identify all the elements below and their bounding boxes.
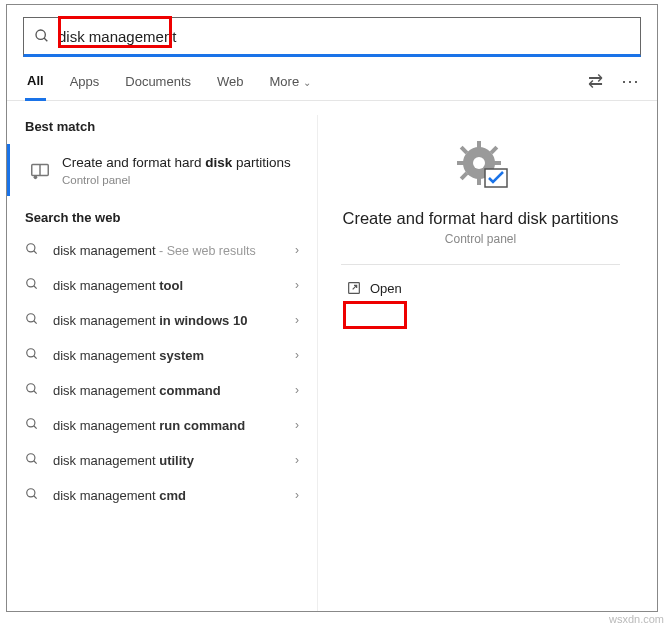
search-window: All Apps Documents Web More⌄ ⇄ ⋯ Best ma… [6, 4, 658, 612]
chevron-right-icon: › [295, 418, 299, 432]
chevron-right-icon: › [295, 488, 299, 502]
tab-documents[interactable]: Documents [123, 68, 193, 99]
chevron-down-icon: ⌄ [303, 77, 311, 88]
chevron-right-icon: › [295, 243, 299, 257]
chevron-right-icon: › [295, 453, 299, 467]
search-icon [25, 487, 41, 504]
svg-point-15 [27, 418, 35, 426]
web-result-7[interactable]: disk management cmd› [7, 478, 317, 513]
svg-point-5 [27, 243, 35, 251]
best-match-title: Create and format hard disk partitions [62, 154, 291, 172]
search-icon [25, 242, 41, 259]
result-text: disk management command [53, 383, 295, 398]
svg-line-10 [34, 320, 37, 323]
svg-rect-25 [457, 161, 465, 165]
svg-line-18 [34, 460, 37, 463]
chevron-right-icon: › [295, 278, 299, 292]
chevron-right-icon: › [295, 383, 299, 397]
svg-point-19 [27, 488, 35, 496]
result-text: disk management tool [53, 278, 295, 293]
result-text: disk management run command [53, 418, 295, 433]
tab-web[interactable]: Web [215, 68, 246, 99]
svg-line-8 [34, 285, 37, 288]
filter-tabs: All Apps Documents Web More⌄ ⇄ ⋯ [7, 57, 657, 101]
divider [341, 264, 621, 265]
search-icon [25, 417, 41, 434]
svg-rect-24 [477, 177, 481, 185]
search-icon [25, 382, 41, 399]
result-text: disk management - See web results [53, 243, 295, 258]
search-icon [25, 312, 41, 329]
svg-line-1 [44, 38, 47, 41]
search-web-heading: Search the web [7, 206, 317, 233]
preview-pane: Create and format hard disk partitions C… [317, 115, 643, 611]
svg-point-11 [27, 348, 35, 356]
search-icon [25, 452, 41, 469]
best-match-heading: Best match [7, 115, 317, 142]
open-icon [346, 280, 362, 296]
web-result-1[interactable]: disk management tool› [7, 268, 317, 303]
gear-icon [451, 137, 511, 193]
search-icon [34, 28, 50, 44]
results-pane: Best match Create and format hard disk p… [7, 101, 317, 611]
svg-point-22 [473, 157, 485, 169]
web-result-0[interactable]: disk management - See web results› [7, 233, 317, 268]
devices-icon[interactable]: ⇄ [588, 70, 603, 92]
svg-line-20 [34, 495, 37, 498]
preview-subtitle: Control panel [445, 232, 516, 246]
svg-point-9 [27, 313, 35, 321]
web-result-3[interactable]: disk management system› [7, 338, 317, 373]
web-result-2[interactable]: disk management in windows 10› [7, 303, 317, 338]
svg-line-14 [34, 390, 37, 393]
chevron-right-icon: › [295, 313, 299, 327]
open-label: Open [370, 281, 402, 296]
svg-point-17 [27, 453, 35, 461]
svg-point-4 [34, 175, 38, 179]
web-result-5[interactable]: disk management run command› [7, 408, 317, 443]
svg-line-12 [34, 355, 37, 358]
svg-point-13 [27, 383, 35, 391]
search-bar[interactable] [23, 17, 641, 57]
web-result-6[interactable]: disk management utility› [7, 443, 317, 478]
best-match-item[interactable]: Create and format hard disk partitions C… [7, 144, 317, 196]
result-text: disk management system [53, 348, 295, 363]
chevron-right-icon: › [295, 348, 299, 362]
result-text: disk management cmd [53, 488, 295, 503]
watermark: wsxdn.com [609, 613, 664, 625]
tab-all[interactable]: All [25, 67, 46, 101]
svg-point-0 [36, 30, 45, 39]
search-icon [25, 277, 41, 294]
tab-apps[interactable]: Apps [68, 68, 102, 99]
svg-line-6 [34, 250, 37, 253]
best-match-subtitle: Control panel [62, 174, 291, 186]
more-icon[interactable]: ⋯ [621, 70, 639, 92]
open-button[interactable]: Open [340, 275, 412, 301]
preview-title: Create and format hard disk partitions [342, 209, 618, 228]
partition-icon [28, 158, 52, 182]
web-result-4[interactable]: disk management command› [7, 373, 317, 408]
svg-line-16 [34, 425, 37, 428]
search-icon [25, 347, 41, 364]
tab-more[interactable]: More⌄ [268, 68, 314, 99]
search-input[interactable] [58, 28, 630, 45]
result-text: disk management in windows 10 [53, 313, 295, 328]
svg-rect-26 [493, 161, 501, 165]
svg-point-7 [27, 278, 35, 286]
svg-rect-23 [477, 141, 481, 149]
result-text: disk management utility [53, 453, 295, 468]
